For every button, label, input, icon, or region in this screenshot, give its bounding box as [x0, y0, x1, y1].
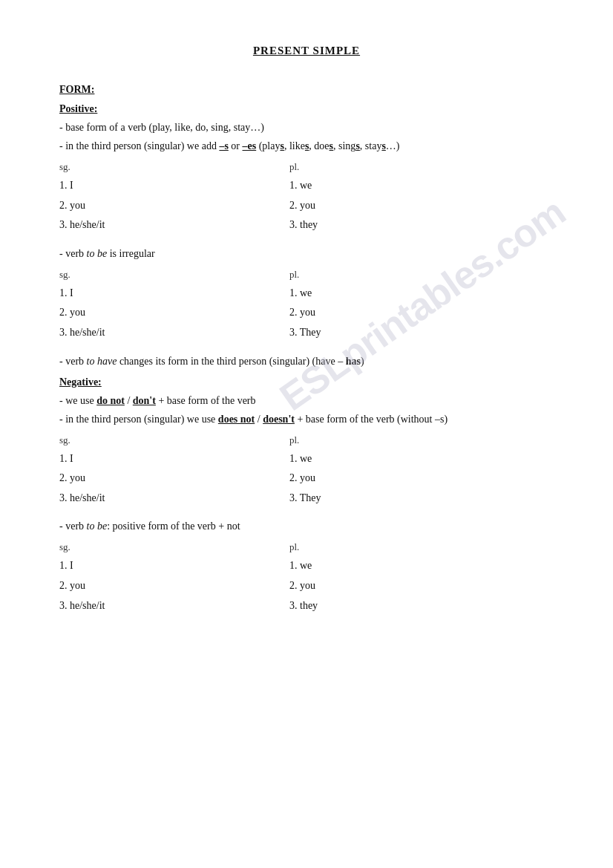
neg-pl-header-2: pl. [289, 541, 519, 553]
neg-sg-row-1-1: 1. I [59, 449, 289, 469]
negative-label: Negative: [59, 376, 554, 388]
sg-row-2-3: 3. he/she/it [59, 323, 289, 343]
pl-row-1-1: 1. we [289, 176, 519, 196]
negative-table-2-sg-col: sg. 1. I 2. you 3. he/she/it [59, 541, 289, 616]
neg-sg-row-2-1: 1. I [59, 556, 289, 576]
positive-label: Positive: [59, 103, 554, 115]
neg-pl-row-1-3: 3. They [289, 489, 519, 509]
sg-row-2-1: 1. I [59, 284, 289, 304]
pl-row-2-1: 1. we [289, 284, 519, 304]
form-label: FORM: [59, 84, 554, 96]
negative-rule-2: - in the third person (singular) we use … [59, 411, 554, 427]
neg-sg-row-2-2: 2. you [59, 576, 289, 596]
neg-pl-row-1-2: 2. you [289, 469, 519, 489]
negative-table-1-pl-col: pl. 1. we 2. you 3. They [289, 434, 519, 509]
sg-row-1-3: 3. he/she/it [59, 215, 289, 235]
pl-header-1: pl. [289, 161, 519, 173]
positive-table-2-pl-col: pl. 1. we 2. you 3. They [289, 269, 519, 343]
negative-table-1: sg. 1. I 2. you 3. he/she/it pl. 1. we 2… [59, 434, 554, 509]
be-note-negative: - verb to be: positive form of the verb … [59, 518, 554, 534]
neg-sg-header-2: sg. [59, 541, 289, 553]
pl-row-2-3: 3. They [289, 323, 519, 343]
pl-row-1-3: 3. they [289, 215, 519, 235]
neg-sg-row-1-2: 2. you [59, 469, 289, 489]
positive-table-1-pl-col: pl. 1. we 2. you 3. they [289, 161, 519, 235]
neg-pl-row-2-3: 3. they [289, 596, 519, 616]
neg-pl-row-1-1: 1. we [289, 449, 519, 469]
positive-rule-1: - base form of a verb (play, like, do, s… [59, 120, 554, 135]
neg-sg-header-1: sg. [59, 434, 289, 446]
neg-pl-row-2-1: 1. we [289, 556, 519, 576]
be-note-positive: - verb to be is irregular [59, 246, 554, 261]
pl-row-1-2: 2. you [289, 196, 519, 216]
positive-rule-2: - in the third person (singular) we add … [59, 138, 554, 154]
positive-table-2: sg. 1. I 2. you 3. he/she/it pl. 1. we 2… [59, 269, 554, 343]
positive-table-1: sg. 1. I 2. you 3. he/she/it pl. 1. we 2… [59, 161, 554, 235]
sg-header-1: sg. [59, 161, 289, 173]
positive-table-1-sg-col: sg. 1. I 2. you 3. he/she/it [59, 161, 289, 235]
neg-pl-header-1: pl. [289, 434, 519, 446]
positive-table-2-sg-col: sg. 1. I 2. you 3. he/she/it [59, 269, 289, 343]
negative-table-2-pl-col: pl. 1. we 2. you 3. they [289, 541, 519, 616]
pl-row-2-2: 2. you [289, 303, 519, 323]
sg-row-1-2: 2. you [59, 196, 289, 216]
neg-pl-row-2-2: 2. you [289, 576, 519, 596]
negative-table-1-sg-col: sg. 1. I 2. you 3. he/she/it [59, 434, 289, 509]
sg-header-2: sg. [59, 269, 289, 281]
have-note-positive: - verb to have changes its form in the t… [59, 353, 554, 369]
negative-table-2: sg. 1. I 2. you 3. he/she/it pl. 1. we 2… [59, 541, 554, 616]
sg-row-2-2: 2. you [59, 303, 289, 323]
neg-sg-row-1-3: 3. he/she/it [59, 489, 289, 509]
negative-rule-1: - we use do not / don't + base form of t… [59, 393, 554, 408]
sg-row-1-1: 1. I [59, 176, 289, 196]
pl-header-2: pl. [289, 269, 519, 281]
neg-sg-row-2-3: 3. he/she/it [59, 596, 289, 616]
page-title: PRESENT SIMPLE [59, 45, 554, 57]
